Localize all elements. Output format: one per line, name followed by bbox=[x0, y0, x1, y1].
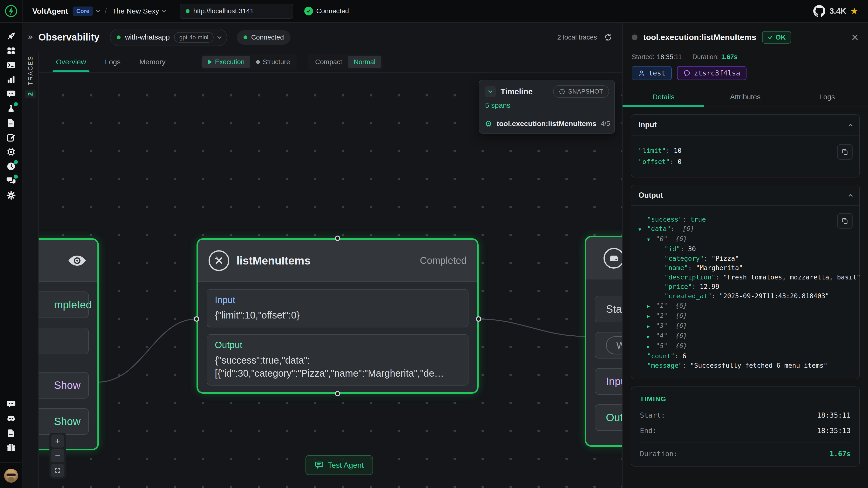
node-input-box[interactable]: Input {"limit":10,"offset":0} bbox=[207, 289, 468, 328]
core-badge: Core bbox=[72, 6, 93, 16]
sidebar-item-console[interactable] bbox=[6, 60, 17, 70]
node-handle-left[interactable] bbox=[194, 316, 199, 322]
sidebar-item-playground[interactable] bbox=[6, 103, 17, 114]
show-button-1[interactable]: Show bbox=[38, 372, 89, 399]
timeline-collapse-button[interactable] bbox=[485, 86, 496, 97]
collapse-sidebar-icon[interactable] bbox=[28, 36, 32, 38]
fit-view-button[interactable] bbox=[51, 464, 64, 477]
json-row: "id": 30 bbox=[639, 244, 852, 254]
working-pill: Wor bbox=[606, 336, 622, 355]
close-panel-icon[interactable] bbox=[851, 33, 859, 41]
status-box: Statu bbox=[595, 296, 622, 323]
node-output-label: Output bbox=[215, 340, 460, 350]
tab-details[interactable]: Details bbox=[623, 87, 704, 106]
sidebar-item-settings[interactable] bbox=[6, 190, 17, 201]
sidebar-item-agents[interactable] bbox=[6, 45, 17, 56]
tab-overview[interactable]: Overview bbox=[56, 52, 86, 72]
span-kind-dot bbox=[632, 34, 638, 40]
traces-strip[interactable]: 2 TRACES bbox=[23, 52, 38, 488]
tool-node-listmenuitems[interactable]: listMenuItems Completed Input {"limit":1… bbox=[196, 238, 478, 394]
tree-toggle-icon[interactable]: ▼ bbox=[647, 235, 656, 244]
test-agent-button[interactable]: Test Agent bbox=[306, 455, 373, 475]
json-row: "price": 12.99 bbox=[639, 282, 852, 291]
sidebar-item-whats-new[interactable] bbox=[6, 443, 17, 453]
timing-start-row: Start: 18:35:11 bbox=[640, 411, 850, 419]
node-handle-top[interactable] bbox=[335, 236, 340, 241]
json-row: "description": "Fresh tomatoes, mozzarel… bbox=[639, 272, 852, 282]
output-card-body: "success": true ▼"data": [6] ▼"0" {6} "i… bbox=[631, 206, 859, 379]
tab-logs[interactable]: Logs bbox=[105, 52, 121, 72]
input-card-body: "limit": 10"offset": 0 bbox=[631, 135, 859, 177]
voltagent-logo[interactable] bbox=[0, 0, 23, 23]
copy-input-button[interactable] bbox=[837, 144, 852, 160]
node-handle-bottom[interactable] bbox=[335, 391, 340, 396]
sidebar-item-mcp[interactable] bbox=[6, 147, 17, 157]
edit-pencil-icon bbox=[6, 132, 16, 142]
tree-toggle-icon[interactable]: ▶ bbox=[647, 332, 656, 341]
sidebar-item-history[interactable] bbox=[6, 161, 17, 172]
session-badge[interactable]: ztsrc3f4lsa bbox=[677, 66, 746, 80]
sidebar-item-changelog[interactable] bbox=[6, 428, 17, 438]
timing-duration-row: Duration: 1.67s bbox=[640, 450, 850, 458]
output-json-rows: "success": true ▼"data": [6] ▼"0" {6} "i… bbox=[639, 215, 852, 370]
input-card-header[interactable]: Input bbox=[631, 115, 859, 135]
tab-logs[interactable]: Logs bbox=[786, 87, 868, 106]
node-output-line2: [{"id":30,"category":"Pizza","name":"Mar… bbox=[215, 367, 460, 380]
details-content: Input "limit": 10"offset": 0 Output bbox=[623, 107, 868, 481]
notification-dot bbox=[14, 160, 18, 164]
node-output-box[interactable]: Output {"success":true,"data": [{"id":30… bbox=[207, 334, 468, 386]
tree-toggle-icon[interactable]: ▶ bbox=[647, 342, 656, 351]
zoom-in-button[interactable]: + bbox=[51, 434, 64, 448]
json-row: ▶"3" {6} bbox=[639, 321, 852, 331]
tree-toggle-icon[interactable]: ▶ bbox=[647, 322, 656, 331]
sidebar-item-docs[interactable] bbox=[6, 118, 17, 128]
fit-view-icon bbox=[55, 467, 61, 474]
chevron-down-icon[interactable] bbox=[162, 8, 166, 12]
sidebar-item-compose[interactable] bbox=[6, 132, 17, 143]
density-normal[interactable]: Normal bbox=[348, 56, 381, 68]
user-badge[interactable]: test bbox=[632, 66, 672, 80]
server-url-input[interactable]: http://localhost:3141 bbox=[180, 4, 293, 19]
tree-toggle-icon[interactable]: ▶ bbox=[647, 311, 656, 321]
node-output-line1: {"success":true,"data": bbox=[215, 354, 460, 367]
view-mode-execution[interactable]: Execution bbox=[202, 56, 250, 68]
document-icon bbox=[6, 118, 16, 128]
json-row: "success": true bbox=[639, 215, 852, 224]
input-box[interactable]: Input bbox=[595, 368, 622, 395]
sidebar-item-discord[interactable] bbox=[6, 414, 17, 424]
timeline-span-row[interactable]: tool.execution:listMenuItems 4/5 bbox=[479, 114, 614, 133]
agent-selector[interactable]: with-whatsapp gpt-4o-mini bbox=[110, 29, 227, 46]
started-value: 18:35:11 bbox=[657, 53, 682, 61]
sidebar-item-metrics[interactable] bbox=[6, 74, 17, 85]
local-traces-count: 2 local traces bbox=[557, 33, 597, 41]
user-avatar[interactable] bbox=[4, 469, 18, 483]
sidebar-item-feedback[interactable] bbox=[6, 399, 17, 409]
flow-canvas[interactable]: mpleted Show Show bbox=[38, 73, 622, 488]
tree-toggle-icon[interactable]: ▶ bbox=[647, 301, 656, 311]
storage-node[interactable]: Statu Wor Input Outp bbox=[585, 236, 622, 447]
project-name[interactable]: The New Sexy bbox=[112, 7, 159, 15]
sidebar-item-chat[interactable] bbox=[6, 89, 17, 99]
node-handle-right[interactable] bbox=[476, 316, 481, 322]
tab-attributes[interactable]: Attributes bbox=[704, 87, 786, 106]
sidebar-item-conversations[interactable] bbox=[6, 176, 17, 186]
copy-output-button[interactable] bbox=[837, 213, 852, 228]
rocket-icon bbox=[6, 31, 16, 41]
sidebar-item-getting-started[interactable] bbox=[6, 31, 17, 41]
output-card-header[interactable]: Output bbox=[631, 185, 859, 206]
output-box[interactable]: Outp bbox=[595, 404, 622, 431]
tab-memory[interactable]: Memory bbox=[140, 52, 165, 72]
refresh-icon[interactable] bbox=[604, 33, 613, 42]
github-link[interactable]: 3.4K ★ bbox=[813, 5, 858, 18]
view-mode-structure[interactable]: Structure bbox=[250, 56, 296, 68]
bar-chart-icon bbox=[6, 75, 16, 84]
show-button-2[interactable]: Show bbox=[38, 408, 89, 435]
duration-value: 1.67s bbox=[721, 53, 738, 61]
chevron-down-icon[interactable] bbox=[96, 8, 100, 12]
tree-toggle-icon[interactable]: ▼ bbox=[639, 225, 647, 234]
zoom-out-button[interactable]: − bbox=[51, 449, 64, 462]
memory-node[interactable]: mpleted Show Show bbox=[38, 238, 99, 450]
density-compact[interactable]: Compact bbox=[309, 56, 348, 68]
voltagent-console: VoltAgent Core / The New Sexy http://loc… bbox=[0, 0, 868, 488]
density-toggle: Compact Normal bbox=[308, 54, 383, 70]
